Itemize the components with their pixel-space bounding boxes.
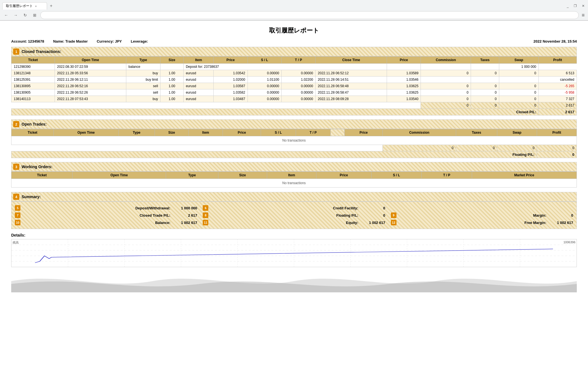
tab-close-button[interactable]: × xyxy=(35,4,37,8)
open-totals-row: 0 0 0 0 xyxy=(11,145,577,151)
col-sl: S / L xyxy=(371,172,421,179)
summary-item-badge: 9 xyxy=(391,212,396,218)
total-profit: 2 617 xyxy=(539,102,577,109)
summary-item-badge: 8 xyxy=(203,212,208,218)
cell-ticket: 138130905 xyxy=(11,89,55,96)
leverage-field: Leverage: xyxy=(131,39,148,43)
refresh-button[interactable]: ↻ xyxy=(21,11,29,19)
cell-price: 1.02000 xyxy=(214,77,248,83)
open-total-taxes: 0 xyxy=(456,145,497,151)
col-close-time: Close Time xyxy=(316,57,387,64)
summary-item-value: 0 xyxy=(548,213,573,218)
summary-item-badge: 11 xyxy=(203,220,208,225)
close-window-button[interactable]: ✕ xyxy=(581,4,586,8)
cell-swap xyxy=(499,77,538,83)
working-no-transactions-text: No transactions xyxy=(11,179,577,188)
browser-toolbar: ← → ↻ ⊞ ≡ xyxy=(0,10,588,20)
cell-swap: 0 xyxy=(499,70,538,77)
summary-item-value: 1 002 617 xyxy=(172,221,197,225)
cell-close-time: 2022.11.28 06:14:51 xyxy=(316,77,387,83)
open-no-transactions-row: No transactions xyxy=(11,136,577,145)
cell-commission: 0 xyxy=(421,83,471,89)
account-value: 12345678 xyxy=(28,39,44,43)
closed-totals-row: 0 0 0 2 617 xyxy=(11,102,577,109)
col-empty xyxy=(331,129,345,136)
summary-item-label: Margin: xyxy=(398,213,546,218)
cell-sl: 1.01100 xyxy=(248,77,281,83)
maximize-button[interactable]: ❐ xyxy=(573,4,578,8)
working-title: Working Orders: xyxy=(22,165,52,169)
summary-item-label: Equity: xyxy=(210,221,358,225)
cell-profit: 6 513 xyxy=(539,70,577,77)
total-taxes: 0 xyxy=(471,102,499,109)
cell-swap: 0 xyxy=(499,89,538,96)
home-button[interactable]: ⊞ xyxy=(31,11,39,19)
total-commission: 0 xyxy=(421,102,471,109)
closed-badge: 1 xyxy=(13,48,19,55)
cell-commission xyxy=(421,77,471,83)
cell-close-price: 1.03540 xyxy=(387,96,421,102)
details-label: Details: xyxy=(11,233,577,237)
minimize-button[interactable]: _ xyxy=(566,4,570,8)
cell-open-time: 2022.11.28 06:12:11 xyxy=(55,77,126,83)
cell-taxes: 0 xyxy=(471,83,499,89)
name-field: Name: Trade Master xyxy=(53,39,88,43)
cell-close-price: 1.03625 xyxy=(387,89,421,96)
summary-item-value: 2 617 xyxy=(172,213,197,218)
summary-item: 11 Equity: 1 002 617 xyxy=(203,220,385,225)
summary-item-label: Closed Trade P/L: xyxy=(22,213,170,218)
name-label: Name: xyxy=(53,39,64,43)
cell-size xyxy=(160,64,183,70)
working-orders-header: 3 Working Orders: xyxy=(11,162,577,172)
col-size: Size xyxy=(155,129,188,136)
cell-size: 1.00 xyxy=(160,77,183,83)
cell-close-price: 1.03589 xyxy=(387,70,421,77)
date-value: 2022 November 28, 15:54 xyxy=(533,39,577,43)
total-swap: 0 xyxy=(499,102,538,109)
closed-pl-label: Closed P/L: xyxy=(11,109,539,115)
working-orders-table: Ticket Open Time Type Size Item Price S … xyxy=(11,172,577,188)
summary-item-label: Balance: xyxy=(22,221,170,225)
summary-item-badge: 12 xyxy=(391,220,396,225)
window-controls: _ ❐ ✕ xyxy=(566,4,586,8)
col-type: Type xyxy=(126,57,160,64)
cell-profit: 7 327 xyxy=(539,96,577,102)
account-label: Account: xyxy=(11,39,27,43)
summary-item-badge: 5 xyxy=(15,205,20,211)
col-profit: Profit xyxy=(539,57,577,64)
cell-ticket: 121298390 xyxy=(11,64,55,70)
summary-item-label: Deposit/Withdrawal: xyxy=(22,206,170,210)
browser-menu-button[interactable]: ≡ xyxy=(580,12,586,18)
col-commission: Commission xyxy=(383,129,456,136)
browser-tab[interactable]: 取引履歴レポート × xyxy=(2,2,47,10)
summary-item-label: Free Margin: xyxy=(398,221,546,225)
summary-badge: 4 xyxy=(13,194,19,200)
chart-svg xyxy=(11,239,577,267)
cell-tp: 1.02200 xyxy=(281,77,315,83)
forward-button[interactable]: → xyxy=(12,11,20,19)
currency-value: JPY xyxy=(115,39,122,43)
cell-item: eurusd xyxy=(183,77,214,83)
open-no-transactions-text: No transactions xyxy=(11,136,577,145)
col-taxes: Taxes xyxy=(471,57,499,64)
closed-row: 121298390 2022.08.30 07:22:59 balance De… xyxy=(11,64,577,70)
back-button[interactable]: ← xyxy=(2,11,10,19)
summary-item-label: Floating P/L: xyxy=(210,213,358,218)
new-tab-button[interactable]: + xyxy=(48,3,54,8)
closed-row: 138125391 2022.11.28 06:12:11 buy limit … xyxy=(11,77,577,83)
summary-item xyxy=(391,205,573,211)
cell-taxes xyxy=(421,64,471,70)
cell-item: eurusd xyxy=(183,83,214,89)
address-bar[interactable] xyxy=(40,11,579,19)
summary-item: 8 Floating P/L: 0 xyxy=(203,212,385,218)
name-value: Trade Master xyxy=(65,39,88,43)
cell-ticket: 138125391 xyxy=(11,77,55,83)
col-ticket: Ticket xyxy=(11,57,55,64)
col-item: Item xyxy=(183,57,214,64)
browser-chrome: 取引履歴レポート × + _ ❐ ✕ ← → ↻ ⊞ ≡ xyxy=(0,0,588,21)
summary-item-badge: 10 xyxy=(15,220,20,225)
open-total-commission: 0 xyxy=(383,145,456,151)
cell-open-time: 2022.11.28 05:33:56 xyxy=(55,70,126,77)
wave-decoration xyxy=(11,270,577,292)
col-sl: S / L xyxy=(261,129,296,136)
